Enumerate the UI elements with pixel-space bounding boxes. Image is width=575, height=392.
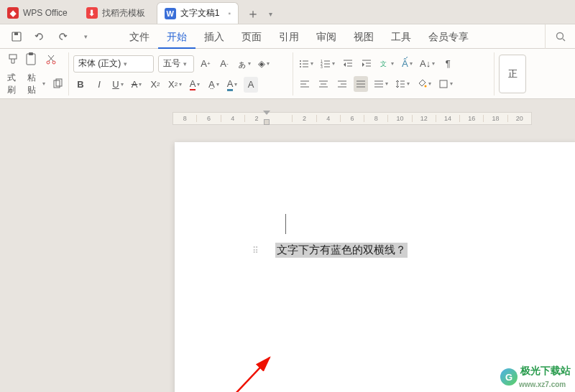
increase-indent-button[interactable] — [359, 56, 374, 72]
save-button[interactable] — [9, 29, 24, 45]
copy-icon — [52, 78, 63, 90]
line-spacing-icon — [395, 79, 405, 89]
font-size-select[interactable]: 五号 ▾ — [158, 55, 194, 73]
text-cursor — [285, 214, 286, 234]
redo-button[interactable] — [55, 29, 70, 45]
font-color-button[interactable]: A — [188, 77, 202, 93]
show-marks-button[interactable]: ¶ — [441, 56, 455, 72]
emphasis-button[interactable]: A̤ — [206, 77, 221, 93]
ruler-mark: 14 — [436, 115, 459, 122]
paste-label[interactable]: 粘贴 — [26, 76, 47, 92]
bullets-button[interactable] — [298, 56, 315, 72]
qat-customize-button[interactable]: ▾ — [78, 29, 93, 45]
tab-label: WPS Office — [23, 8, 68, 18]
watermark: G 极光下载站 www.xz7.com — [500, 365, 571, 389]
svg-point-50 — [425, 85, 427, 87]
ribbon-paragraph: 123 文 Ấ A↓ ¶ — [293, 52, 494, 95]
first-line-indent-icon — [263, 111, 270, 115]
ruler-mark: 12 — [412, 115, 436, 122]
grow-font-button[interactable]: A+ — [198, 56, 213, 72]
tab-doc[interactable]: W 文字文稿1 ▪ — [157, 2, 239, 24]
borders-button[interactable] — [437, 76, 454, 92]
redo-icon — [57, 31, 68, 42]
indent-marker[interactable] — [263, 111, 270, 126]
menu-review[interactable]: 审阅 — [308, 24, 345, 49]
selected-text[interactable]: 文字下方有蓝色的双横线？ — [275, 243, 408, 258]
svg-point-13 — [300, 60, 301, 62]
ruler-mark: 6 — [340, 115, 364, 122]
clear-format-button[interactable]: ◈ — [257, 56, 271, 72]
text-direction-button[interactable]: 文 — [378, 56, 395, 72]
align-left-button[interactable] — [298, 76, 312, 92]
document-page[interactable]: ⠿ 文字下方有蓝色的双横线？ — [175, 142, 575, 392]
ribbon-clipboard: 式刷 粘贴 — [3, 52, 69, 95]
paragraph-drag-handle[interactable]: ⠿ — [252, 246, 259, 256]
copy-button[interactable] — [51, 76, 64, 92]
watermark-icon: G — [500, 368, 518, 386]
align-center-button[interactable] — [316, 76, 331, 92]
text-direction-icon: 文 — [380, 59, 390, 69]
ruler-mark: 16 — [459, 115, 483, 122]
number-list-icon: 123 — [321, 59, 331, 69]
underline-button[interactable]: U — [111, 77, 125, 93]
menu-file[interactable]: 文件 — [121, 24, 158, 49]
numbering-button[interactable]: 123 — [319, 56, 336, 72]
superscript-button[interactable]: X2 — [148, 77, 162, 93]
font-family-value: 宋体 (正文) — [78, 57, 121, 70]
paste-button[interactable] — [24, 52, 39, 67]
align-justify-button[interactable] — [354, 76, 368, 92]
styles-button[interactable]: 正 — [499, 55, 526, 93]
line-spacing-button[interactable] — [394, 76, 411, 92]
svg-point-2 — [556, 32, 563, 39]
highlight-button[interactable]: A — [225, 77, 239, 93]
shading-button[interactable] — [415, 76, 433, 92]
change-case-button[interactable]: ぁ — [236, 56, 252, 72]
distribute-button[interactable] — [372, 76, 390, 92]
tab-menu-icon[interactable]: ▪ — [228, 9, 231, 17]
new-tab-button[interactable]: ＋ — [243, 4, 263, 24]
shrink-font-button[interactable]: A- — [217, 56, 231, 72]
undo-button[interactable] — [32, 29, 47, 45]
sort-button[interactable]: A↓ — [418, 56, 436, 72]
strike-button[interactable]: A — [129, 77, 144, 93]
svg-rect-5 — [27, 54, 35, 65]
ribbon: 式刷 粘贴 宋体 (正文) ▾ 五号 ▾ A+ A- ぁ ◈ B I U — [0, 49, 575, 99]
scissors-icon — [45, 54, 57, 65]
svg-rect-6 — [29, 52, 33, 55]
align-justify-icon — [356, 79, 366, 89]
subscript-button[interactable]: X2 — [167, 77, 183, 93]
char-scale-button[interactable]: Ấ — [400, 56, 414, 72]
format-painter-button[interactable] — [7, 53, 20, 66]
tabs-overflow-button[interactable]: ▾ — [263, 4, 277, 24]
menu-reference[interactable]: 引用 — [270, 24, 308, 49]
font-size-value: 五号 — [163, 57, 180, 70]
menu-vip[interactable]: 会员专享 — [420, 24, 477, 49]
menu-tools[interactable]: 工具 — [382, 24, 420, 49]
italic-button[interactable]: I — [92, 77, 106, 93]
bullet-list-icon — [299, 59, 309, 69]
align-right-button[interactable] — [335, 76, 349, 92]
menu-page[interactable]: 页面 — [233, 24, 270, 49]
tab-wps-office[interactable]: ◆ WPS Office — [0, 2, 75, 24]
svg-text:文: 文 — [380, 60, 387, 67]
watermark-text: 极光下载站 — [520, 365, 571, 376]
cut-button[interactable] — [43, 52, 59, 67]
font-family-select[interactable]: 宋体 (正文) ▾ — [73, 55, 154, 73]
undo-icon — [34, 31, 45, 42]
search-button[interactable] — [545, 24, 575, 49]
indent-icon — [362, 59, 372, 69]
menu-start[interactable]: 开始 — [158, 24, 196, 49]
char-shading-button[interactable]: A — [244, 77, 258, 93]
svg-point-17 — [300, 66, 301, 67]
bold-button[interactable]: B — [73, 77, 88, 93]
decrease-indent-button[interactable] — [341, 56, 355, 72]
menu-insert[interactable]: 插入 — [196, 24, 233, 49]
ruler-mark: 18 — [483, 115, 507, 122]
horizontal-ruler[interactable]: 8 6 4 2 2 4 6 8 10 12 14 16 18 20 — [172, 112, 532, 125]
tab-templates[interactable]: ⬇ 找稻壳模板 — [79, 2, 152, 24]
document-area: 8 6 4 2 2 4 6 8 10 12 14 16 18 20 ⠿ 文字下方… — [0, 99, 575, 392]
align-right-icon — [337, 79, 347, 89]
styles-label: 正 — [508, 67, 518, 80]
chevron-down-icon: ▾ — [183, 60, 187, 67]
menu-view[interactable]: 视图 — [345, 24, 382, 49]
